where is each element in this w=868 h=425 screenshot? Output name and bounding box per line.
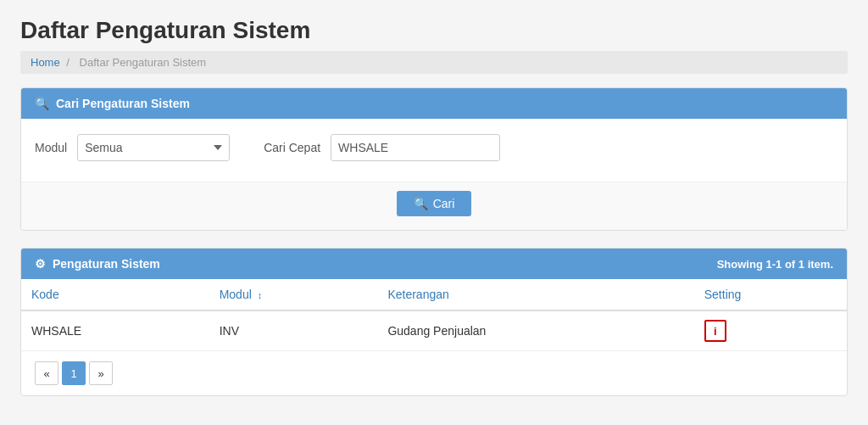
cell-setting: i xyxy=(694,310,847,351)
table-header-row: Kode Modul ↕ Keterangan Sett xyxy=(21,279,847,310)
col-kode: Kode xyxy=(21,279,209,310)
pagination-page-1[interactable]: 1 xyxy=(62,361,86,385)
table-row: WHSALE INV Gudang Penjualan i xyxy=(21,310,847,351)
results-header: ⚙ Pengaturan Sistem Showing 1-1 of 1 ite… xyxy=(21,249,847,279)
breadcrumb-separator: / xyxy=(66,56,70,69)
showing-range: 1-1 xyxy=(765,258,782,271)
search-panel: 🔍 Cari Pengaturan Sistem Modul Semua INV… xyxy=(20,87,848,231)
cell-modul: INV xyxy=(209,310,378,351)
col-keterangan-sort[interactable]: Keterangan xyxy=(387,288,448,301)
cari-cepat-input[interactable] xyxy=(331,134,500,161)
search-button-icon: 🔍 xyxy=(414,197,428,210)
modul-value: INV xyxy=(220,324,239,338)
setting-button[interactable]: i xyxy=(704,320,726,342)
col-setting-label: Setting xyxy=(704,288,742,301)
pagination: « 1 » xyxy=(21,351,847,395)
results-panel-title: Pengaturan Sistem xyxy=(53,257,160,271)
search-panel-header: 🔍 Cari Pengaturan Sistem xyxy=(21,88,847,119)
showing-text: Showing xyxy=(717,258,763,271)
search-button-label: Cari xyxy=(433,197,455,210)
kode-value: WHSALE xyxy=(31,324,81,338)
search-panel-icon: 🔍 xyxy=(35,97,49,110)
results-info: Showing 1-1 of 1 item. xyxy=(717,258,833,271)
modul-group: Modul Semua INV POS xyxy=(35,134,230,161)
results-panel: ⚙ Pengaturan Sistem Showing 1-1 of 1 ite… xyxy=(20,248,848,396)
cell-kode: WHSALE xyxy=(21,310,209,351)
showing-count: 1 xyxy=(798,258,804,271)
modul-label: Modul xyxy=(35,141,67,154)
page-title: Daftar Pengaturan Sistem xyxy=(20,17,848,44)
search-button[interactable]: 🔍 Cari xyxy=(397,191,472,216)
search-panel-body: Modul Semua INV POS Cari Cepat xyxy=(21,119,847,182)
pagination-prev[interactable]: « xyxy=(35,361,58,385)
cari-cepat-group: Cari Cepat xyxy=(264,134,500,161)
col-kode-label: Kode xyxy=(31,288,59,301)
breadcrumb-home[interactable]: Home xyxy=(31,56,60,69)
cari-cepat-label: Cari Cepat xyxy=(264,141,320,154)
cell-keterangan: Gudang Penjualan xyxy=(377,310,693,351)
col-modul: Modul ↕ xyxy=(209,279,378,310)
sort-icon: ↕ xyxy=(258,290,263,300)
search-panel-title: Cari Pengaturan Sistem xyxy=(56,97,190,110)
breadcrumb: Home / Daftar Pengaturan Sistem xyxy=(20,51,848,74)
col-setting: Setting xyxy=(694,279,847,310)
showing-item: item. xyxy=(808,258,833,271)
search-form-row: Modul Semua INV POS Cari Cepat xyxy=(35,134,833,161)
keterangan-value: Gudang Penjualan xyxy=(387,324,486,338)
breadcrumb-current: Daftar Pengaturan Sistem xyxy=(80,56,207,69)
results-header-left: ⚙ Pengaturan Sistem xyxy=(35,257,160,271)
col-keterangan: Keterangan xyxy=(377,279,693,310)
showing-of: of xyxy=(785,258,795,271)
search-panel-footer: 🔍 Cari xyxy=(21,182,847,230)
modul-select[interactable]: Semua INV POS xyxy=(77,134,230,161)
col-modul-label: Modul xyxy=(220,288,252,301)
col-modul-sort[interactable]: Modul ↕ xyxy=(220,288,263,301)
pagination-next[interactable]: » xyxy=(89,361,113,385)
results-panel-icon: ⚙ xyxy=(35,257,46,271)
col-keterangan-label: Keterangan xyxy=(387,288,448,301)
results-table: Kode Modul ↕ Keterangan Sett xyxy=(21,279,847,351)
